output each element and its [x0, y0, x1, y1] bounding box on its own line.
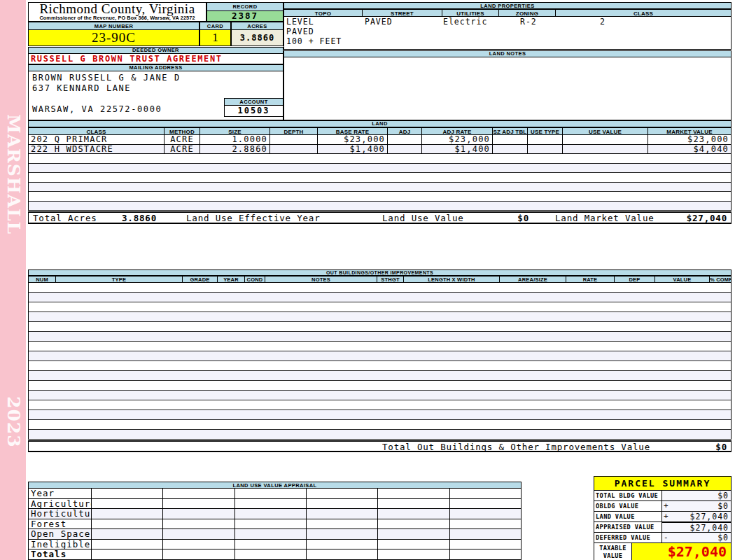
- summary-op: -: [662, 533, 673, 542]
- appraisal-cell: [163, 529, 234, 539]
- empty-row: [29, 420, 731, 430]
- summary-label: TOTAL BLDG VALUE: [594, 491, 662, 500]
- col-market-value: MARKET VALUE: [648, 127, 732, 135]
- appraisal-cell: [450, 540, 521, 550]
- appraisal-row-year: Year: [28, 489, 522, 499]
- appraisal-cell: [235, 519, 307, 529]
- account-label: ACCOUNT: [224, 98, 284, 106]
- appraisal-cell: [307, 550, 378, 559]
- empty-row: [29, 322, 731, 332]
- cell-use-type: [528, 135, 563, 144]
- cell-depth: [270, 145, 318, 154]
- empty-row: [29, 154, 731, 164]
- cell-use-type: [528, 145, 563, 154]
- empty-row: [29, 381, 731, 391]
- sidebar-vendor-text: MARSHALL: [4, 114, 24, 234]
- cell-adj: [388, 135, 422, 144]
- summary-op: [662, 491, 673, 500]
- col-length-x-width: LENGTH X WIDTH: [404, 276, 500, 283]
- record-value: 2387: [206, 11, 284, 22]
- appraisal-cell: [450, 489, 521, 498]
- sidebar-strip: MARSHALL 2023: [0, 0, 26, 560]
- appraisal-cell: [235, 509, 307, 519]
- col-notes: NOTES: [265, 276, 377, 283]
- summary-op: [662, 523, 673, 532]
- col-class: CLASS: [29, 127, 164, 135]
- appraisal-cell: [307, 489, 378, 498]
- empty-row: [29, 283, 731, 293]
- appraisal-row-forest: Forest: [28, 519, 522, 530]
- col-rate: RATE: [566, 276, 615, 283]
- appraisal-row-open-space: Open Space: [28, 529, 522, 540]
- empty-row: [29, 332, 731, 342]
- summary-op: +: [662, 512, 673, 522]
- total-acres-label: Total Acres: [33, 214, 97, 223]
- appraisal-row-label: Horticulture: [29, 509, 92, 519]
- address-line: BROWN RUSSELL G & JANE D: [32, 73, 283, 83]
- col-grade: GRADE: [183, 276, 218, 283]
- mailing-address-label: MAILING ADDRESS: [28, 64, 284, 71]
- col-year: YEAR: [218, 276, 245, 283]
- empty-row: [29, 173, 731, 183]
- empty-row: [29, 400, 731, 410]
- empty-row: [29, 342, 731, 351]
- record-box: RECORD 2387: [206, 2, 284, 22]
- land-properties-values: LEVEL PAVED 100 + FEET PAVED Electric R-…: [284, 17, 732, 50]
- land-title: LAND: [28, 120, 732, 127]
- county-header: Richmond County, Virginia Commissioner o…: [28, 2, 206, 22]
- appraisal-cell: [235, 499, 307, 509]
- appraisal-row-label: Totals: [29, 550, 92, 559]
- land-empty-rows: [28, 154, 732, 211]
- summary-label: APPRAISED VALUE: [594, 522, 662, 532]
- class-value: 2: [600, 17, 606, 27]
- appraisal-cell: [92, 540, 163, 550]
- cell-method: ACRE: [164, 135, 200, 144]
- appraisal-cell: [92, 529, 163, 539]
- appraisal-row-label: Ineligible: [29, 540, 92, 550]
- zoning-value: R-2: [520, 17, 537, 27]
- land-use-value-label: Land Use Value: [382, 214, 464, 223]
- summary-value: $27,040: [673, 523, 731, 532]
- appraisal-cell: [92, 519, 163, 529]
- cell-size: 1.0000: [200, 135, 270, 144]
- empty-row: [29, 371, 731, 381]
- acres-label: ACRES: [231, 22, 284, 30]
- appraisal-cell: [378, 499, 449, 509]
- cell-sz-adj-tbl: [493, 135, 528, 144]
- col-class: CLASS: [556, 9, 732, 17]
- appraisal-cell: [307, 540, 378, 550]
- appraisal-cell: [163, 509, 234, 519]
- summary-op: +: [662, 501, 673, 511]
- appraisal-cell: [235, 529, 307, 539]
- col-depth: DEPTH: [270, 127, 318, 135]
- appraisal-cell: [92, 489, 163, 498]
- col-sthgt: STHGT: [377, 276, 404, 283]
- taxable-value-label: TAXABLE VALUE: [594, 543, 632, 560]
- summary-value: $0: [673, 501, 731, 511]
- col-base-rate: BASE RATE: [318, 127, 388, 135]
- utilities-value: Electric: [443, 17, 487, 27]
- appraisal-cell: [163, 540, 234, 550]
- appraisal-row-label: Year: [29, 489, 92, 498]
- col-use-value: USE VALUE: [563, 127, 648, 135]
- out-buildings-header-row: NUM TYPE GRADE YEAR COND NOTES STHGT LEN…: [28, 276, 732, 283]
- cell-sz-adj-tbl: [493, 145, 528, 154]
- summary-label: LAND VALUE: [594, 512, 662, 522]
- cell-size: 2.8860: [200, 145, 270, 154]
- land-section: LAND CLASS METHOD SIZE DEPTH BASE RATE A…: [28, 120, 732, 224]
- out-buildings-title: OUT BUILDINGS/OTHER IMPROVEMENTS: [28, 270, 732, 276]
- land-header-row: CLASS METHOD SIZE DEPTH BASE RATE ADJ AD…: [28, 127, 732, 135]
- appraisal-cell: [307, 499, 378, 509]
- empty-row: [29, 430, 731, 440]
- empty-row: [29, 183, 731, 192]
- topo-value: LEVEL PAVED 100 + FEET: [286, 17, 342, 46]
- appraisal-cell: [378, 509, 449, 519]
- appraisal-cell: [92, 509, 163, 519]
- appraisal-cell: [92, 499, 163, 509]
- col-sz-adj-tbl: SZ ADJ TBL: [493, 127, 528, 135]
- address-line: 637 KENNARD LANE: [32, 83, 283, 94]
- card-label: CARD: [200, 22, 231, 30]
- land-table-row: 222 H WDSTACRE ACRE 2.8860 $1,400 $1,400…: [28, 145, 732, 155]
- empty-row: [29, 312, 731, 322]
- map-number-value: 23-90C: [28, 30, 200, 46]
